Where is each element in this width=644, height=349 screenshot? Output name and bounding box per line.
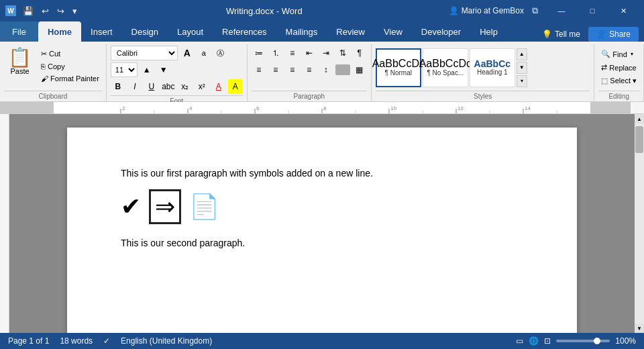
symbols-line: ✔ ⇒ 📄 <box>121 189 523 224</box>
tab-references[interactable]: References <box>213 21 276 42</box>
share-button[interactable]: 👤 Share <box>588 27 639 42</box>
find-icon: 🔍 <box>601 50 610 58</box>
status-bar: Page 1 of 1 18 words ✓ English (United K… <box>0 333 644 349</box>
svg-rect-2 <box>590 102 631 114</box>
view-print-icon[interactable]: ▭ <box>516 336 523 346</box>
window-controls: — □ ✕ <box>546 0 639 21</box>
tab-help[interactable]: Help <box>470 21 507 42</box>
style-heading1[interactable]: AaBbCc Heading 1 <box>470 48 515 87</box>
superscript-button[interactable]: x² <box>195 79 209 94</box>
zoom-thumb[interactable] <box>594 338 600 344</box>
styles-expand[interactable]: ▾ <box>517 75 527 87</box>
paste-button[interactable]: 📋 Paste <box>4 46 36 78</box>
tab-mailings[interactable]: Mailings <box>276 21 327 42</box>
font-size-select[interactable]: 11 <box>111 62 138 77</box>
zoom-slider[interactable] <box>556 340 610 342</box>
replace-button[interactable]: ⇄ Replace <box>598 62 639 73</box>
clipboard-small-btns: ✂ Cut ⎘ Copy 🖌 Format Painter <box>38 46 102 84</box>
document-title: Writing.docx - Word <box>226 6 303 16</box>
align-right-btn[interactable]: ≡ <box>285 62 300 77</box>
bullets-btn[interactable]: ≔ <box>252 46 266 60</box>
justify-btn[interactable]: ≡ <box>302 62 317 77</box>
decrease-indent-btn[interactable]: ⇤ <box>302 46 317 60</box>
font-color-button[interactable]: A <box>211 79 226 94</box>
font-name-select[interactable]: Calibri <box>111 46 178 60</box>
align-left-btn[interactable]: ≡ <box>252 62 266 77</box>
sort-btn[interactable]: ⇅ <box>335 46 350 60</box>
styles-scroll: ▲ ▼ ▾ <box>517 48 527 87</box>
strikethrough-button[interactable]: abc <box>161 79 176 94</box>
numbering-btn[interactable]: ⒈ <box>268 46 283 60</box>
page: This is our first paragraph with symbols… <box>67 128 577 333</box>
editing-group: 🔍 Find ▾ ⇄ Replace ⬚ Select ▾ Editing <box>594 44 644 101</box>
increase-indent-btn[interactable]: ⇥ <box>319 46 333 60</box>
line-spacing-btn[interactable]: ↕ <box>319 62 333 77</box>
select-button[interactable]: ⬚ Select ▾ <box>598 75 639 87</box>
tab-view[interactable]: View <box>374 21 412 42</box>
font-grow-btn[interactable]: A <box>180 46 195 60</box>
tab-home[interactable]: Home <box>38 21 81 42</box>
cut-button[interactable]: ✂ Cut <box>38 48 102 60</box>
share-label: Share <box>609 30 631 39</box>
tab-insert[interactable]: Insert <box>81 21 122 42</box>
tell-me-label: Tell me <box>555 30 580 39</box>
highlight-color-button[interactable]: A <box>228 79 243 94</box>
tab-layout[interactable]: Layout <box>168 21 213 42</box>
clear-format-btn[interactable]: Ⓐ <box>213 46 228 60</box>
format-painter-button[interactable]: 🖌 Format Painter <box>38 73 102 84</box>
editing-label: Editing <box>598 91 639 101</box>
scroll-thumb[interactable] <box>635 126 643 153</box>
view-focus-icon[interactable]: ⊡ <box>544 336 551 346</box>
font-shrink-btn[interactable]: a <box>197 46 211 60</box>
language[interactable]: English (United Kingdom) <box>121 336 212 346</box>
style-heading1-label: Heading 1 <box>477 68 508 76</box>
shading-btn[interactable] <box>335 64 350 75</box>
svg-text:6: 6 <box>256 105 260 111</box>
quick-access-toolbar: 💾 ↩ ↪ ▾ <box>20 5 80 17</box>
multilevel-btn[interactable]: ≡ <box>285 46 300 60</box>
close-btn[interactable]: ✕ <box>608 0 639 21</box>
borders-btn[interactable]: ▦ <box>352 62 367 77</box>
subscript-button[interactable]: x₂ <box>178 79 193 94</box>
copy-button[interactable]: ⎘ Copy <box>38 61 102 72</box>
styles-scroll-up[interactable]: ▲ <box>517 48 527 60</box>
status-right: ▭ 🌐 ⊡ 100% <box>516 336 636 346</box>
underline-button[interactable]: U <box>144 79 159 94</box>
scroll-down-btn[interactable]: ▼ <box>635 323 644 333</box>
font-size-shrink-btn[interactable]: ▼ <box>156 62 171 77</box>
style-no-space-label: ¶ No Spac... <box>427 69 464 77</box>
maximize-btn[interactable]: □ <box>577 0 608 21</box>
bold-button[interactable]: B <box>111 79 125 94</box>
find-button[interactable]: 🔍 Find ▾ <box>598 48 639 60</box>
save-quick-btn[interactable]: 💾 <box>20 5 36 17</box>
replace-icon: ⇄ <box>601 63 607 72</box>
title-bar-left: W 💾 ↩ ↪ ▾ <box>5 5 80 17</box>
tab-file[interactable]: File <box>0 21 38 42</box>
checkmark-symbol: ✔ <box>121 193 141 221</box>
paragraph-1: This is our first paragraph with symbols… <box>121 168 523 179</box>
show-marks-btn[interactable]: ¶ <box>352 46 367 60</box>
tab-design[interactable]: Design <box>122 21 168 42</box>
redo-quick-btn[interactable]: ↪ <box>54 5 67 17</box>
font-size-grow-btn[interactable]: ▲ <box>140 62 154 77</box>
quick-dropdown-btn[interactable]: ▾ <box>70 5 80 17</box>
ribbon: 📋 Paste ✂ Cut ⎘ Copy 🖌 Format Painter Cl… <box>0 42 644 102</box>
clipboard-label: Clipboard <box>4 91 102 101</box>
zoom-level[interactable]: 100% <box>615 336 636 346</box>
doc-scroll[interactable]: This is our first paragraph with symbols… <box>9 114 635 333</box>
align-center-btn[interactable]: ≡ <box>268 62 283 77</box>
minimize-btn[interactable]: — <box>546 0 577 21</box>
word-count: 18 words <box>60 336 93 346</box>
spell-check-icon[interactable]: ✓ <box>103 336 110 346</box>
tab-developer[interactable]: Developer <box>412 21 470 42</box>
style-normal[interactable]: AaBbCcDc ¶ Normal <box>376 48 421 87</box>
styles-scroll-down[interactable]: ▼ <box>517 62 527 74</box>
tell-me-box[interactable]: 💡 Tell me <box>542 30 580 39</box>
style-no-space[interactable]: AaBbCcDc ¶ No Spac... <box>423 48 468 87</box>
scroll-up-btn[interactable]: ▲ <box>635 114 644 123</box>
view-web-icon[interactable]: 🌐 <box>529 336 539 346</box>
italic-button[interactable]: I <box>127 79 142 94</box>
undo-quick-btn[interactable]: ↩ <box>39 5 52 17</box>
tab-review[interactable]: Review <box>327 21 374 42</box>
ribbon-display-btn[interactable]: ⧉ <box>529 4 541 17</box>
